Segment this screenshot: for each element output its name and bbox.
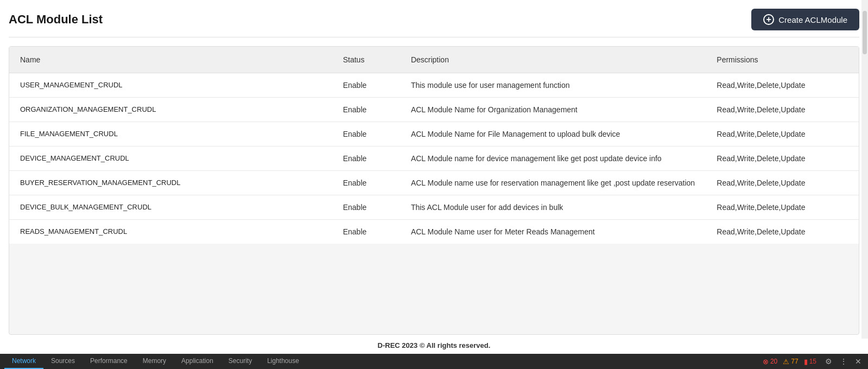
cell-description: ACL Module Name for File Management to u… <box>400 122 706 147</box>
table-row[interactable]: FILE_MANAGEMENT_CRUDLEnableACL Module Na… <box>9 122 859 147</box>
cell-name: DEVICE_MANAGEMENT_CRUDL <box>9 147 332 171</box>
cell-name: DEVICE_BULK_MANAGEMENT_CRUDL <box>9 195 332 220</box>
cell-status: Enable <box>332 220 400 244</box>
acl-module-table-container: Name Status Description Permissions USER… <box>9 46 859 335</box>
info-badge: ▮ 15 <box>804 358 816 366</box>
plus-icon: + <box>763 14 774 25</box>
cell-name: USER_MANAGEMENT_CRUDL <box>9 73 332 98</box>
devtools-tab-memory[interactable]: Memory <box>135 354 174 369</box>
cell-permissions: Read,Write,Delete,Update <box>706 171 859 195</box>
settings-button[interactable]: ⚙ <box>823 356 834 367</box>
cell-description: ACL Module Name user for Meter Reads Man… <box>400 220 706 244</box>
close-devtools-button[interactable]: ✕ <box>853 356 864 367</box>
acl-module-table: Name Status Description Permissions USER… <box>9 47 859 244</box>
cell-status: Enable <box>332 98 400 122</box>
error-icon: ⊗ <box>763 358 769 366</box>
cell-description: This module use for user management func… <box>400 73 706 98</box>
table-row[interactable]: DEVICE_BULK_MANAGEMENT_CRUDLEnableThis A… <box>9 195 859 220</box>
cell-name: READS_MANAGEMENT_CRUDL <box>9 220 332 244</box>
devtools-tab-lighthouse[interactable]: Lighthouse <box>259 354 307 369</box>
error-count: 20 <box>770 358 777 365</box>
page-title: ACL Module List <box>9 12 103 27</box>
cell-name: FILE_MANAGEMENT_CRUDL <box>9 122 332 147</box>
cell-status: Enable <box>332 171 400 195</box>
cell-description: This ACL Module user for add devices in … <box>400 195 706 220</box>
cell-name: BUYER_RESERVATION_MANAGEMENT_CRUDL <box>9 171 332 195</box>
table-header: Name Status Description Permissions <box>9 47 859 73</box>
col-status: Status <box>332 47 400 73</box>
devtools-badges: ⊗ 20 ⚠ 77 ▮ 15 <box>763 358 816 366</box>
devtools-tab-application[interactable]: Application <box>174 354 221 369</box>
warn-count: 77 <box>791 358 798 365</box>
warn-badge: ⚠ 77 <box>783 358 798 366</box>
footer-text: D-REC 2023 © All rights reserved. <box>378 341 491 349</box>
cell-permissions: Read,Write,Delete,Update <box>706 122 859 147</box>
cell-status: Enable <box>332 147 400 171</box>
devtools-tab-performance[interactable]: Performance <box>83 354 135 369</box>
table-body: USER_MANAGEMENT_CRUDLEnableThis module u… <box>9 73 859 244</box>
create-acl-module-button[interactable]: + Create ACLModule <box>751 9 859 30</box>
table-row[interactable]: BUYER_RESERVATION_MANAGEMENT_CRUDLEnable… <box>9 171 859 195</box>
devtools-tab-network[interactable]: Network <box>4 354 43 369</box>
info-count: 15 <box>809 358 816 365</box>
cell-permissions: Read,Write,Delete,Update <box>706 195 859 220</box>
cell-permissions: Read,Write,Delete,Update <box>706 73 859 98</box>
table-row[interactable]: USER_MANAGEMENT_CRUDLEnableThis module u… <box>9 73 859 98</box>
devtools-tab-sources[interactable]: Sources <box>43 354 83 369</box>
page-header: ACL Module List + Create ACLModule <box>9 0 859 37</box>
cell-description: ACL Module name use for reservation mana… <box>400 171 706 195</box>
cell-permissions: Read,Write,Delete,Update <box>706 98 859 122</box>
more-options-button[interactable]: ⋮ <box>838 356 850 367</box>
create-button-label: Create ACLModule <box>778 15 847 24</box>
col-permissions: Permissions <box>706 47 859 73</box>
devtools-tab-security[interactable]: Security <box>221 354 259 369</box>
col-name: Name <box>9 47 332 73</box>
col-description: Description <box>400 47 706 73</box>
cell-description: ACL Module Name for Organization Managem… <box>400 98 706 122</box>
cell-status: Enable <box>332 73 400 98</box>
cell-permissions: Read,Write,Delete,Update <box>706 220 859 244</box>
cell-status: Enable <box>332 195 400 220</box>
cell-permissions: Read,Write,Delete,Update <box>706 147 859 171</box>
table-row[interactable]: READS_MANAGEMENT_CRUDLEnableACL Module N… <box>9 220 859 244</box>
scrollbar-thumb[interactable] <box>863 11 867 54</box>
devtools-bar: Network Sources Performance Memory Appli… <box>0 354 868 369</box>
info-icon: ▮ <box>804 358 808 366</box>
warn-icon: ⚠ <box>783 358 789 366</box>
scrollbar-track[interactable] <box>861 0 868 339</box>
devtools-icons: ⚙ ⋮ ✕ <box>823 356 864 367</box>
table-row[interactable]: DEVICE_MANAGEMENT_CRUDLEnableACL Module … <box>9 147 859 171</box>
cell-status: Enable <box>332 122 400 147</box>
error-badge: ⊗ 20 <box>763 358 777 366</box>
page-footer: D-REC 2023 © All rights reserved. <box>9 335 859 354</box>
table-row[interactable]: ORGANIZATION_MANAGEMENT_CRUDLEnableACL M… <box>9 98 859 122</box>
cell-description: ACL Module name for device management li… <box>400 147 706 171</box>
cell-name: ORGANIZATION_MANAGEMENT_CRUDL <box>9 98 332 122</box>
